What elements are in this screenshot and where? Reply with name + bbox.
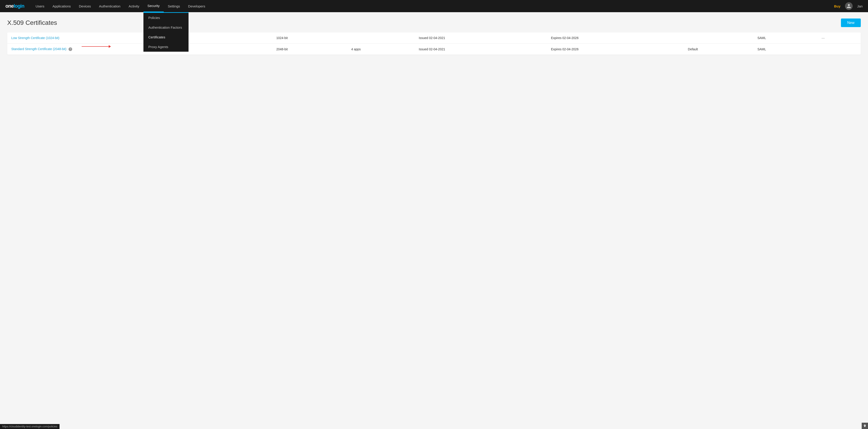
main-content: X.509 Certificates New Low Strength Cert… — [0, 12, 868, 429]
security-dropdown-container: Security Policies Authentication Factors… — [144, 0, 164, 12]
cert-actions-1: — — [817, 32, 861, 44]
cert-type-1: SAML — [753, 32, 817, 44]
navbar: onelogin Users Applications Devices Auth… — [0, 0, 868, 12]
dropdown-item-proxy-agents[interactable]: Proxy Agents — [144, 42, 189, 52]
nav-item-authentication[interactable]: Authentication — [95, 0, 124, 12]
brand-login: login — [13, 3, 24, 9]
status-bar: https://cloudidentity-test.onelogin.com/… — [0, 424, 60, 429]
cert-expires-1: Expires 02-04-2026 — [547, 32, 684, 44]
cert-default-1 — [684, 32, 753, 44]
status-url: https://cloudidentity-test.onelogin.com/… — [2, 425, 57, 428]
avatar[interactable] — [845, 2, 852, 10]
help-icon[interactable]: ? — [68, 48, 72, 51]
red-arrow — [82, 45, 111, 48]
arrow-line — [82, 46, 109, 47]
cert-apps-1 — [347, 32, 415, 44]
nav-item-security[interactable]: Security — [144, 0, 164, 12]
nav-item-activity[interactable]: Activity — [124, 0, 144, 12]
table-body: Low Strength Certificate (1024-bit) 1024… — [7, 32, 861, 55]
buy-link[interactable]: Buy — [834, 4, 840, 8]
cert-name-1[interactable]: Low Strength Certificate (1024-bit) — [7, 32, 272, 44]
cert-issued-2: Issued 02-04-2021 — [415, 44, 547, 55]
brand-logo[interactable]: onelogin — [5, 3, 24, 9]
nav-item-devices[interactable]: Devices — [75, 0, 95, 12]
brand-one: one — [5, 3, 13, 9]
table-row: Standard Strength Certificate (2048-bit)… — [7, 44, 861, 55]
cert-strength-2: 2048-bit — [272, 44, 347, 55]
cert-name-2[interactable]: Standard Strength Certificate (2048-bit)… — [7, 44, 272, 55]
cert-apps-2: 4 apps — [347, 44, 415, 55]
page-title: X.509 Certificates — [7, 19, 57, 26]
nav-items: Users Applications Devices Authenticatio… — [32, 0, 834, 12]
corner-icon[interactable] — [862, 423, 868, 429]
table-row: Low Strength Certificate (1024-bit) 1024… — [7, 32, 861, 44]
page-header: X.509 Certificates New — [7, 19, 861, 27]
cert-default-2: Default — [684, 44, 753, 55]
table-wrapper: Low Strength Certificate (1024-bit) 1024… — [7, 32, 861, 55]
cert-type-2: SAML — [753, 44, 817, 55]
certificates-table: Low Strength Certificate (1024-bit) 1024… — [7, 32, 861, 55]
cert-issued-1: Issued 02-04-2021 — [415, 32, 547, 44]
nav-username[interactable]: Jan — [857, 4, 863, 8]
arrow-head — [109, 45, 111, 48]
dropdown-item-policies[interactable]: Policies — [144, 13, 189, 23]
new-button[interactable]: New — [841, 19, 861, 27]
nav-right: Buy Jan — [834, 2, 863, 10]
nav-item-developers[interactable]: Developers — [184, 0, 209, 12]
nav-item-users[interactable]: Users — [32, 0, 49, 12]
cert-strength-1: 1024-bit — [272, 32, 347, 44]
cert-expires-2: Expires 02-04-2026 — [547, 44, 684, 55]
cert-actions-2 — [817, 44, 861, 55]
security-dropdown-menu: Policies Authentication Factors Certific… — [144, 12, 189, 52]
nav-item-applications[interactable]: Applications — [49, 0, 75, 12]
dropdown-item-certificates[interactable]: Certificates — [144, 32, 189, 42]
dropdown-item-auth-factors[interactable]: Authentication Factors — [144, 23, 189, 32]
nav-item-settings[interactable]: Settings — [164, 0, 184, 12]
